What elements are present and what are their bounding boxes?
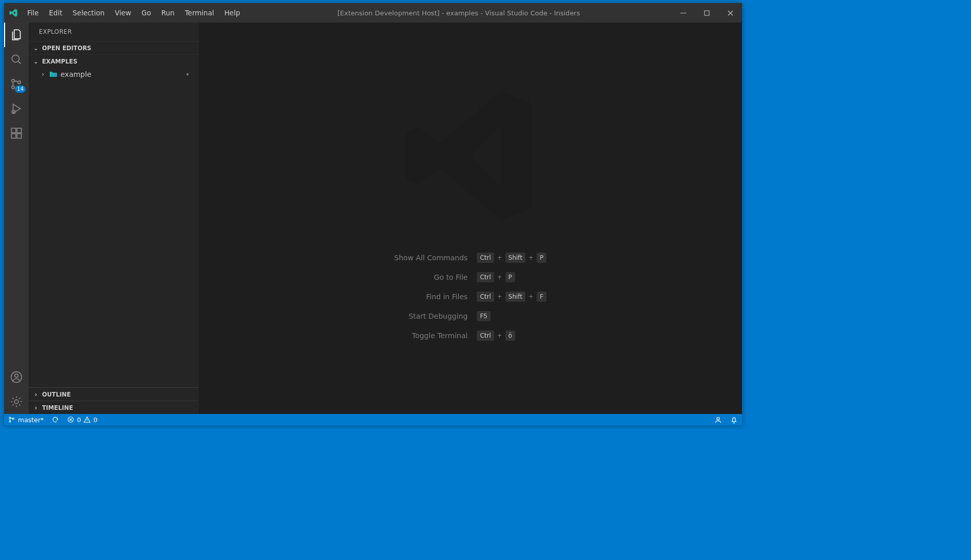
scm-badge: 14: [15, 86, 26, 93]
error-count: 0: [77, 416, 81, 424]
window-controls: [671, 3, 742, 23]
svg-point-12: [15, 374, 18, 378]
menu-file[interactable]: File: [23, 6, 44, 20]
activitybar: 14: [4, 23, 29, 414]
menu-go[interactable]: Go: [137, 6, 156, 20]
svg-rect-9: [17, 134, 22, 138]
watermark-label: Find in Files: [394, 293, 467, 301]
keycap: ö: [505, 330, 515, 341]
activity-search[interactable]: [4, 47, 29, 72]
sidebar-title: EXPLORER: [29, 23, 199, 41]
keycap: Ctrl: [477, 253, 494, 263]
activity-run-debug[interactable]: [4, 96, 29, 121]
svg-rect-14: [54, 74, 56, 76]
watermark-keys: Ctrl+ö: [477, 330, 547, 341]
svg-point-13: [14, 400, 18, 404]
svg-point-15: [9, 417, 11, 419]
file-tree: ›example•: [29, 68, 199, 387]
vscode-insiders-icon: [4, 8, 23, 17]
menu-terminal[interactable]: Terminal: [180, 6, 219, 20]
section-label: OPEN EDITORS: [42, 45, 91, 52]
status-bell[interactable]: [726, 414, 742, 425]
chevron-right-icon: ›: [32, 404, 40, 411]
warning-count: 0: [93, 416, 97, 424]
activity-explorer[interactable]: [4, 23, 29, 47]
watermark-label: Start Debugging: [394, 312, 467, 320]
svg-rect-10: [17, 128, 22, 133]
menu-run[interactable]: Run: [157, 6, 179, 20]
window-title: [Extension Development Host] - examples …: [244, 9, 742, 17]
section-label: EXAMPLES: [42, 58, 77, 65]
section-open-editors[interactable]: ⌄ OPEN EDITORS: [29, 41, 199, 54]
chevron-down-icon: ⌄: [32, 45, 40, 52]
titlebar: FileEditSelectionViewGoRunTerminalHelp […: [4, 3, 742, 23]
menu-edit[interactable]: Edit: [45, 6, 67, 20]
editor-empty: Show All CommandsCtrl+Shift+PGo to FileC…: [199, 23, 742, 414]
menubar: FileEditSelectionViewGoRunTerminalHelp: [23, 6, 244, 20]
watermark-label: Show All Commands: [394, 254, 467, 262]
keycap: F5: [477, 311, 491, 321]
keycap: P: [536, 253, 546, 263]
section-timeline[interactable]: › TIMELINE: [29, 401, 199, 414]
section-label: OUTLINE: [42, 391, 71, 398]
activity-scm[interactable]: 14: [4, 72, 29, 96]
svg-point-17: [12, 418, 14, 420]
close-button[interactable]: [718, 3, 742, 23]
keycap: P: [505, 272, 515, 282]
chevron-right-icon: ›: [40, 71, 46, 78]
app-window: FileEditSelectionViewGoRunTerminalHelp […: [4, 3, 742, 425]
watermark-label: Go to File: [394, 273, 467, 281]
svg-point-5: [18, 81, 20, 84]
statusbar: master* 0 0: [4, 414, 742, 425]
status-problems[interactable]: 0 0: [63, 414, 101, 425]
chevron-down-icon: ⌄: [32, 58, 40, 65]
keycap: Shift: [505, 292, 525, 302]
vscode-logo-watermark-icon: [394, 79, 547, 233]
activity-extensions[interactable]: [4, 121, 29, 146]
folder-icon: [49, 70, 57, 78]
section-outline[interactable]: › OUTLINE: [29, 387, 199, 401]
section-workspace[interactable]: ⌄ EXAMPLES: [29, 54, 199, 68]
status-sync[interactable]: [48, 414, 63, 425]
watermark-keys: Ctrl+Shift+P: [477, 253, 547, 263]
branch-name: master*: [18, 416, 44, 424]
keycap: Ctrl: [477, 292, 494, 302]
keycap: Ctrl: [477, 330, 494, 341]
dirty-dot-icon: •: [185, 70, 190, 78]
svg-point-19: [717, 417, 719, 420]
activity-accounts[interactable]: [4, 365, 29, 389]
activity-manage[interactable]: [4, 389, 29, 414]
section-label: TIMELINE: [42, 404, 73, 411]
svg-rect-8: [11, 134, 16, 138]
watermark-shortcuts: Show All CommandsCtrl+Shift+PGo to FileC…: [394, 253, 546, 341]
menu-view[interactable]: View: [110, 6, 136, 20]
svg-rect-7: [11, 128, 16, 133]
status-feedback[interactable]: [710, 414, 726, 425]
watermark-keys: Ctrl+Shift+F: [477, 292, 547, 302]
minimize-button[interactable]: [671, 3, 695, 23]
svg-rect-0: [680, 13, 686, 13]
watermark-keys: Ctrl+P: [477, 272, 547, 282]
keycap: F: [536, 292, 546, 302]
status-branch[interactable]: master*: [4, 414, 48, 425]
maximize-button[interactable]: [695, 3, 718, 23]
chevron-right-icon: ›: [32, 391, 40, 398]
keycap: Shift: [505, 253, 525, 263]
svg-rect-1: [705, 11, 709, 15]
menu-selection[interactable]: Selection: [68, 6, 109, 20]
svg-point-3: [12, 79, 14, 82]
svg-point-4: [12, 86, 14, 89]
keycap: Ctrl: [477, 272, 494, 282]
watermark-label: Toggle Terminal: [394, 331, 467, 340]
sidebar-explorer: EXPLORER ⌄ OPEN EDITORS ⌄ EXAMPLES ›exam…: [29, 23, 199, 414]
tree-item-example[interactable]: ›example•: [29, 68, 199, 81]
watermark-keys: F5: [477, 311, 547, 321]
tree-item-label: example: [60, 70, 91, 78]
svg-point-16: [9, 421, 11, 422]
menu-help[interactable]: Help: [220, 6, 245, 20]
